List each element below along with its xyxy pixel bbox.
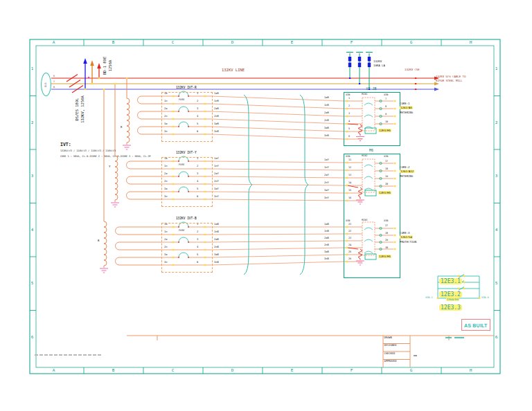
bus-line-title: 132KV LINE: [222, 68, 245, 72]
title-block-row-label: DRAWN: [384, 336, 397, 340]
as-built-stamp: AS BUILT: [461, 319, 490, 331]
grid-number: 4: [495, 228, 498, 232]
wire-label: 3aY: [324, 189, 332, 193]
core-function: METERING: [400, 110, 413, 114]
wire-label: 2nR: [324, 119, 332, 123]
ivt-r-title: 132KV IVT-R: [161, 84, 211, 90]
terminal-number: 18: [385, 167, 389, 172]
breaker-id-line2: 1250A: [107, 60, 112, 72]
wire-label: 3nY: [214, 195, 223, 199]
ivt-r-tags: 1a1n2a2n3a3n: [164, 92, 174, 138]
wire-label: 3nB: [324, 257, 332, 261]
wire-label: 2nR: [214, 115, 223, 119]
grid-number: 3: [495, 174, 498, 179]
ivt-b-tags: 1a1n2a2n3a3n: [164, 223, 174, 268]
winding-label-r: R: [121, 126, 122, 129]
terminal-number: 22: [348, 230, 353, 233]
wire-label: 2nY: [214, 180, 223, 184]
secondary-tap-label: 3n: [164, 130, 169, 134]
cable-note-line2: KIYOR STEEL MILL: [436, 79, 466, 83]
ivt-r-terms: 123456: [197, 92, 203, 138]
bus-tag-oval: BUS: [41, 73, 51, 96]
terminal-number: 29: [385, 239, 389, 242]
terminal-number: 6: [197, 130, 200, 134]
wire-label: 2aY: [214, 172, 223, 176]
disconnector-id-label: DS/ES 189L 132KV, 1250A: [76, 99, 83, 120]
grid-numbers-right: 123456: [493, 42, 500, 364]
tb-header: X3B: [346, 219, 350, 222]
mini-rung-refs: 12E3.112E3.212E3.3: [439, 273, 456, 291]
grid-number: 4: [31, 228, 34, 232]
grid-letter: D: [231, 40, 234, 45]
secondary-tap-label: 1n: [164, 230, 169, 235]
fine-print-note: [35, 354, 103, 356]
secondary-tap-label: 1n: [164, 165, 169, 169]
wire-label: 1aB: [214, 223, 223, 227]
drawing-ref-pill: 1504/E0: [446, 298, 459, 301]
terminal-number: 3: [197, 172, 200, 176]
terminal-number: 5: [197, 253, 200, 257]
terminal-number: 1: [197, 157, 200, 161]
wire-label: 2aY: [324, 174, 332, 178]
terminal-number: 6: [197, 261, 200, 265]
terminal-number: 4: [197, 246, 200, 250]
grid-numbers-left: 123456: [29, 42, 36, 364]
drawing-ref-pill: 12E3/H5: [378, 255, 391, 258]
terminal-number: 7: [385, 98, 389, 102]
disconnector-id-line2: 132KV, 1250A: [80, 95, 85, 123]
secondary-tap-label: 2a: [164, 107, 169, 111]
wire-labels-r-left: 1aR1nR2aR2nR3aR3nR: [214, 92, 232, 138]
terminal-number: 15: [348, 189, 353, 193]
mcb-header: MCB2: [362, 154, 367, 157]
wire-label: 2nY: [324, 181, 332, 185]
m6-title: M6: [344, 147, 399, 153]
grid-number: 6: [31, 335, 34, 340]
terminal-number: 2: [197, 165, 200, 169]
core-function: METERING: [400, 174, 414, 178]
jb2-left-terms: 111213141516: [348, 158, 357, 204]
wire-label: 1aY: [214, 157, 223, 161]
wire-labels-b-left: 1aB1nB2aB2nB3aB3nB: [214, 223, 232, 268]
terminal-number: 2: [348, 104, 353, 109]
secondary-tap-label: 3n: [164, 195, 169, 199]
terminal-number: 28: [385, 232, 389, 235]
wire-label: 2nB: [324, 244, 332, 247]
drawing-ref-pill: 1202/G4: [400, 236, 413, 239]
revision-text-mark: [445, 337, 452, 339]
ivt-b-terms: 123456: [197, 223, 203, 268]
wire-labels-y-right: 1aY1nY2aY2nY3aY3nY: [324, 158, 341, 204]
secondary-tap-label: 2n: [164, 115, 169, 119]
wire-label: 3nB: [214, 261, 223, 265]
terminal-number: 26: [348, 257, 353, 261]
grid-letters-top: ABCDEFGH: [24, 39, 501, 46]
terminal-number: 9: [385, 113, 389, 117]
wire-labels-b-right: 1aB1nB2aB2nB3aB3nB: [324, 223, 341, 264]
grid-number: 1: [31, 66, 34, 71]
drawing-ref-pill: 12E3/H5: [378, 129, 391, 132]
terminal-number: 27: [385, 224, 389, 228]
mcb-header: MCB1: [362, 93, 367, 95]
ivt-core-note-line: CORE 2 : 50VA, CL-0.2: [91, 156, 121, 158]
grid-letter: E: [291, 368, 294, 373]
terminal-number: 20: [385, 183, 389, 187]
winding-label-y: Y: [109, 165, 110, 168]
secondary-tap-label: 1n: [164, 100, 169, 104]
revision-text-mark: [454, 337, 464, 339]
grid-number: 5: [495, 281, 498, 286]
wire-label: 2aB: [214, 238, 223, 242]
primary-windings: [104, 78, 130, 268]
terminal-number: 21: [348, 223, 353, 226]
grid-letter: C: [172, 40, 175, 45]
title-block-rows: DRAWNDESIGNEDCHECKEDAPPROVED: [384, 336, 410, 367]
jb3-right-terms: 27282930: [385, 224, 393, 253]
wire-label: 3aR: [324, 127, 332, 131]
secondary-tap-label: 1a: [164, 223, 169, 227]
secondary-tap-label: 3n: [164, 261, 169, 265]
title-block-row-label: APPROVED: [384, 360, 397, 364]
wire-label: 1aY: [324, 158, 332, 163]
grid-letters-bottom: ABCDEFGH: [24, 367, 501, 374]
wire-label: 2aR: [324, 111, 332, 116]
mcb-header: MCB3: [362, 219, 367, 221]
terminal-number: 5: [348, 127, 353, 131]
terminal-number: 24: [348, 244, 353, 247]
